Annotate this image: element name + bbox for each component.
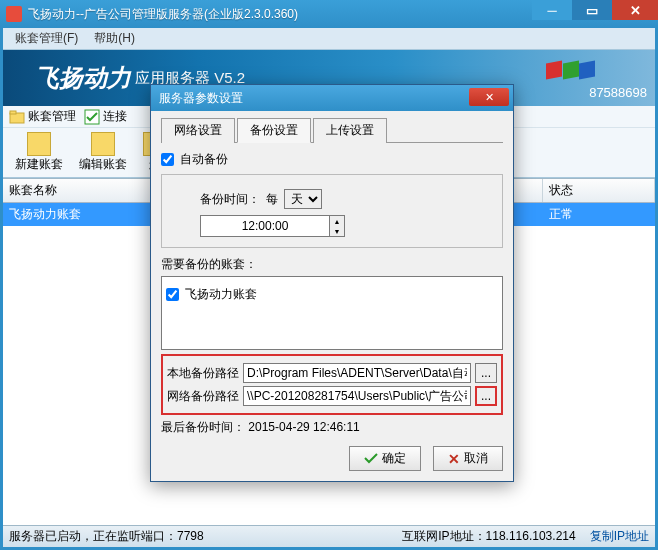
- tab-backup[interactable]: 备份设置: [237, 118, 311, 143]
- tab-connect-label: 连接: [103, 108, 127, 125]
- backup-schedule-group: 备份时间： 每 天 ▲▼: [161, 174, 503, 248]
- ip-label: 互联网IP地址：: [402, 529, 485, 543]
- accounts-to-backup-label: 需要备份的账套：: [161, 256, 503, 273]
- last-backup-label: 最后备份时间：: [161, 420, 245, 434]
- cubes-icon: [549, 62, 595, 81]
- ok-label: 确定: [382, 450, 406, 467]
- close-button[interactable]: ✕: [612, 0, 658, 20]
- cross-icon: ✕: [448, 451, 460, 467]
- svg-rect-1: [10, 111, 16, 114]
- maximize-button[interactable]: ▭: [572, 0, 612, 20]
- status-left: 服务器已启动，正在监听端口：7798: [9, 528, 204, 545]
- backup-paths-group: 本地备份路径 ... 网络备份路径 ...: [161, 354, 503, 415]
- new-account-label: 新建账套: [15, 156, 63, 173]
- check-icon: [84, 109, 100, 125]
- server-settings-dialog: 服务器参数设置 ✕ 网络设置 备份设置 上传设置 自动备份 备份时间： 每 天 …: [150, 84, 514, 482]
- minimize-button[interactable]: ─: [532, 0, 572, 20]
- ip-value: 118.116.103.214: [486, 529, 576, 543]
- window-titlebar: 飞扬动力--广告公司管理版服务器(企业版2.3.0.360) ─ ▭ ✕: [0, 0, 658, 28]
- backup-time-label: 备份时间：: [200, 191, 260, 208]
- folder-icon: [9, 109, 25, 125]
- tab-connect[interactable]: 连接: [84, 108, 127, 125]
- backup-time-input[interactable]: [200, 215, 330, 237]
- col-status[interactable]: 状态: [543, 179, 655, 202]
- last-backup-value: 2015-04-29 12:46:11: [248, 420, 359, 434]
- banner-title: 飞扬动力: [35, 62, 131, 94]
- edit-icon: [91, 132, 115, 156]
- cell-status: 正常: [543, 203, 655, 226]
- net-path-input[interactable]: [243, 386, 471, 406]
- copy-ip-link[interactable]: 复制IP地址: [590, 528, 649, 545]
- net-path-label: 网络备份路径: [167, 388, 239, 405]
- tab-accounts-label: 账套管理: [28, 108, 76, 125]
- edit-account-label: 编辑账套: [79, 156, 127, 173]
- new-account-button[interactable]: 新建账套: [9, 130, 69, 175]
- freq-every: 每: [266, 191, 278, 208]
- cancel-button[interactable]: ✕ 取消: [433, 446, 503, 471]
- statusbar: 服务器已启动，正在监听端口：7798 互联网IP地址：118.116.103.2…: [3, 525, 655, 547]
- tab-accounts[interactable]: 账套管理: [9, 108, 76, 125]
- local-browse-button[interactable]: ...: [475, 363, 497, 383]
- dialog-titlebar[interactable]: 服务器参数设置 ✕: [151, 85, 513, 111]
- tab-upload[interactable]: 上传设置: [313, 118, 387, 143]
- local-path-input[interactable]: [243, 363, 471, 383]
- tab-network[interactable]: 网络设置: [161, 118, 235, 143]
- ok-button[interactable]: 确定: [349, 446, 421, 471]
- menubar: 账套管理(F) 帮助(H): [3, 28, 655, 50]
- account-checkbox[interactable]: [166, 288, 179, 301]
- window-controls: ─ ▭ ✕: [532, 0, 658, 20]
- time-spinner[interactable]: ▲▼: [330, 215, 345, 237]
- accounts-list: 飞扬动力账套: [161, 276, 503, 350]
- freq-unit-select[interactable]: 天: [284, 189, 322, 209]
- banner-phone: 87588698: [589, 85, 647, 100]
- app-icon: [6, 6, 22, 22]
- auto-backup-checkbox[interactable]: [161, 153, 174, 166]
- check-icon: [364, 453, 378, 464]
- auto-backup-label: 自动备份: [180, 151, 228, 168]
- window-title: 飞扬动力--广告公司管理版服务器(企业版2.3.0.360): [28, 6, 298, 23]
- local-path-label: 本地备份路径: [167, 365, 239, 382]
- new-icon: [27, 132, 51, 156]
- dialog-close-button[interactable]: ✕: [469, 88, 509, 106]
- menu-help[interactable]: 帮助(H): [86, 28, 143, 49]
- last-backup-row: 最后备份时间： 2015-04-29 12:46:11: [161, 419, 503, 436]
- cancel-label: 取消: [464, 450, 488, 467]
- account-item-label: 飞扬动力账套: [185, 286, 257, 303]
- net-browse-button[interactable]: ...: [475, 386, 497, 406]
- dialog-title: 服务器参数设置: [159, 90, 243, 107]
- edit-account-button[interactable]: 编辑账套: [73, 130, 133, 175]
- dialog-tabs: 网络设置 备份设置 上传设置: [161, 117, 503, 143]
- menu-accounts[interactable]: 账套管理(F): [7, 28, 86, 49]
